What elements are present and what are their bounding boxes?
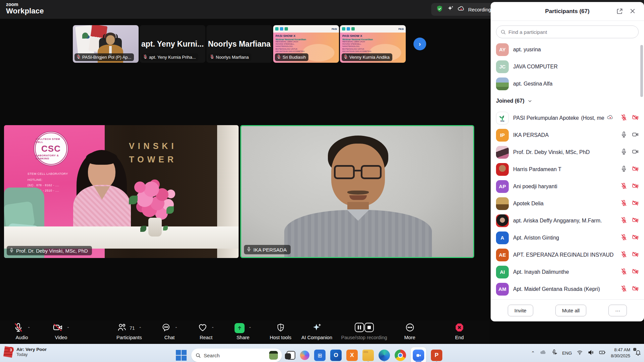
ai-sparkle-icon[interactable] [447,5,454,14]
chevron-down-icon[interactable] [528,99,532,103]
mic-off-icon[interactable] [621,217,627,225]
video-tile-deby-vinski[interactable]: VINSKITOWER CELLTECH STEM CELL CSC LABOR… [4,125,239,258]
camera-on-icon[interactable] [632,131,639,139]
host-tools-button[interactable]: Host tools [270,322,291,340]
search-input[interactable] [508,29,634,35]
mic-off-icon[interactable] [621,183,627,191]
chevron-up-icon[interactable]: ⌃ [211,326,214,330]
weather-widget[interactable]: 3 Air: Very Poor Today [3,346,47,358]
participant-row[interactable]: JCJAVA COMPUTER [491,58,644,75]
tool-label: Audio [13,335,30,340]
battery-icon[interactable] [599,349,606,357]
mic-off-icon[interactable] [621,285,627,293]
tray-clock[interactable]: 8:47 AM 8/30/2025 [611,347,630,359]
onedrive-cloud-icon[interactable] [540,349,547,357]
chevron-up-icon[interactable]: ⌃ [249,326,251,330]
participant-row[interactable]: AIApt. Inayah Dalimunthe [491,263,644,280]
camera-off-icon[interactable] [632,234,639,242]
voice-typing-icon[interactable] [551,349,557,357]
participant-search-box[interactable] [496,25,639,38]
camera-off-icon[interactable] [632,165,639,173]
notification-bell-icon[interactable] [635,349,641,357]
chevron-up-icon[interactable]: ⌃ [67,326,69,330]
edge-icon[interactable] [379,350,390,361]
participant-row[interactable]: Harris Pardamean T [491,161,644,178]
file-explorer-icon[interactable] [362,350,374,361]
language-indicator[interactable]: ENG [562,351,572,356]
thumbnail-tile[interactable]: PASI-Brigjen Pol (P) Ap... [73,25,139,63]
mic-on-icon[interactable] [621,148,627,156]
ai-companion-button[interactable]: AI Companion [301,322,332,340]
zoom-app-icon[interactable] [411,347,426,362]
popout-icon[interactable] [616,8,623,16]
participant-name: Apt. Maidef Gentana Rusada (Kepri) [513,286,600,292]
video-button[interactable]: ⌃Video [53,322,69,340]
chevron-up-icon[interactable]: ⌃ [28,326,30,330]
camera-off-icon[interactable] [632,251,639,259]
more-options-button[interactable]: ··· [608,305,627,316]
mute-all-button[interactable]: Mute all [555,305,587,316]
powerpoint-icon[interactable]: P [431,350,442,361]
camera-off-icon[interactable] [632,268,639,276]
next-page-button[interactable]: › [413,38,426,50]
camera-on-icon[interactable] [632,148,639,156]
taskbar-search-placeholder: Search [204,353,266,358]
participant-row[interactable]: AMApt. Maidef Gentana Rusada (Kepri) [491,280,644,298]
wifi-icon[interactable] [577,349,583,357]
outlook-icon[interactable]: O [330,350,342,361]
camera-off-icon[interactable] [632,217,639,225]
mic-off-icon[interactable] [621,251,627,259]
panel-scrollbar[interactable] [640,45,643,97]
participant-row[interactable]: AYapt. yusrina [491,41,644,58]
thumbnail-tile[interactable]: PASI SHOW XWebinar Nasional Kecantikan M… [273,25,339,63]
close-panel-icon[interactable] [629,8,636,16]
camera-off-icon[interactable] [632,285,639,293]
participant-info: Harris Pardamean T [513,166,613,172]
tray-chevron-icon[interactable]: ⌃ [531,350,535,356]
camera-off-icon[interactable] [632,114,639,122]
volume-icon[interactable] [588,349,594,357]
participant-row[interactable]: apt. Gestina Alfa [491,75,644,92]
participant-row[interactable]: AApt. Ariston Ginting [491,229,644,246]
participant-row[interactable]: APAni poedji haryanti [491,178,644,195]
mic-off-icon[interactable] [621,200,627,208]
xampp-icon[interactable]: X [346,350,358,361]
task-view-icon[interactable] [287,351,295,360]
camera-off-icon[interactable] [632,183,639,191]
tool-label: Chat [161,335,178,340]
record-button[interactable]: Pause/stop recording [341,322,387,340]
mic-on-icon[interactable] [621,165,627,173]
chrome-icon[interactable] [395,350,406,361]
microsoft-store-icon[interactable]: ⊞ [314,350,326,361]
copilot-icon[interactable] [300,351,309,360]
invite-button[interactable]: Invite [508,305,533,316]
thumbnail-tile[interactable]: Noorlys MarfianaNoorlys Marfiana [206,25,272,63]
mic-on-icon[interactable] [621,131,627,139]
participant-row[interactable]: apt. Ariska Deffy Anggarany, M.Farm. [491,212,644,229]
chevron-up-icon[interactable]: ⌃ [175,326,178,330]
participant-row[interactable]: Apotek Delia [491,195,644,212]
taskbar-search[interactable]: Search [191,349,282,362]
share-button[interactable]: ⌃Share [235,322,251,340]
thumbnail-tile[interactable]: apt. Yeny Kurni...apt. Yeny Kurnia Priha… [140,25,205,63]
joined-section-header[interactable]: Joined (67) [491,92,644,109]
end-button[interactable]: End [454,322,464,340]
tool-label: Host tools [270,335,291,340]
thumbnail-tile[interactable]: PASI SHOW XWebinar Nasional Kecantikan M… [340,25,406,63]
more-button[interactable]: More [404,322,415,340]
participants-button[interactable]: 71⌃Participants [116,322,142,340]
mic-off-icon[interactable] [621,114,627,122]
react-button[interactable]: ⌃React [198,322,214,340]
participant-row[interactable]: Prof. Dr. Deby Vinski, MSc, PhD [491,144,644,161]
chevron-up-icon[interactable]: ⌃ [139,326,142,330]
mic-off-icon[interactable] [621,234,627,242]
video-tile-ika-persada[interactable]: IKA PERSADA [240,125,474,258]
camera-off-icon[interactable] [632,200,639,208]
participant-row[interactable]: AEAPT. ESPERANZA REGINALDI INSYAUDDI... [491,246,644,263]
mic-off-icon[interactable] [621,268,627,276]
start-button[interactable] [176,350,187,361]
participant-row[interactable]: IPIKA PERSADA [491,126,644,144]
audio-button[interactable]: ⌃Audio [13,322,30,340]
chat-button[interactable]: ⌃Chat [161,322,178,340]
participant-row[interactable]: PASIPASI Perkumpulan Apoteke...(Host, me… [491,109,644,126]
